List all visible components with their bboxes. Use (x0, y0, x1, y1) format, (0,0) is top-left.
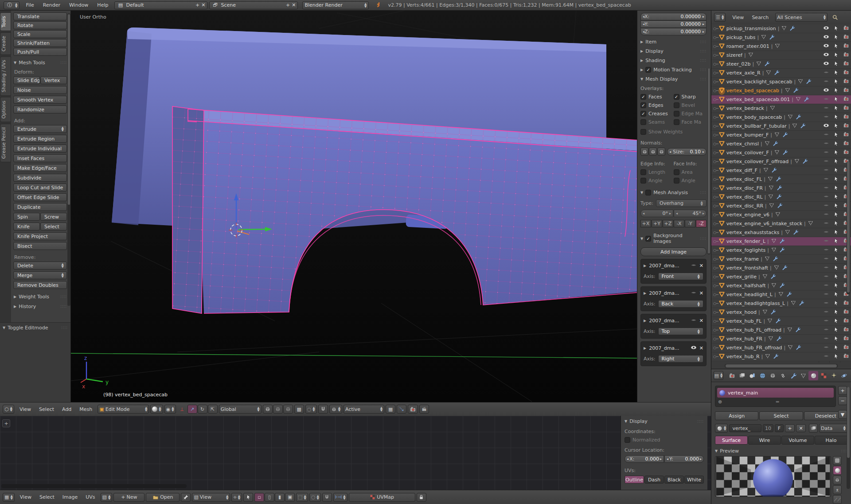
selectability-cursor-icon[interactable] (833, 238, 839, 245)
expand-dot-icon[interactable]: ○─ (713, 239, 718, 243)
outliner-row[interactable]: ○─pickup_transmission| (711, 24, 851, 33)
preview-panel-header[interactable]: ▼ Preview :::: (715, 448, 847, 454)
uv-snap-magnet-button[interactable] (322, 493, 332, 502)
preview-cube-button[interactable] (833, 476, 842, 484)
expand-dot-icon[interactable]: ○─ (713, 80, 718, 84)
tool-shelf-tab-grease-pencil[interactable]: Grease Pencil (0, 124, 11, 162)
expand-dot-icon[interactable]: ○─ (713, 89, 718, 93)
overlay-checkbox[interactable] (674, 111, 679, 117)
background-image-title-row[interactable]: ▶2007_dma...✕ (644, 344, 703, 352)
outliner-row[interactable]: ○─vertex_bedrack| (711, 104, 851, 113)
noise-button[interactable]: Noise (13, 86, 67, 94)
overlay-sharp-row[interactable]: ✓Sharp (674, 94, 707, 100)
outliner-row[interactable]: ○─vertex_exhauststacks| (711, 228, 851, 237)
renderability-camera-icon[interactable] (843, 122, 849, 130)
uv-snap-element-dropdown[interactable]: ⊦⊣▲▼ (333, 493, 347, 502)
background-image-title-row[interactable]: ▶2007_dma...✕ (644, 289, 703, 297)
outliner-row[interactable]: ○─steer_02b| (711, 60, 851, 69)
topbar-menu-render[interactable]: Render (39, 2, 65, 8)
selectability-cursor-icon[interactable] (833, 265, 839, 272)
snap-toggle-button[interactable] (318, 405, 328, 414)
eye-closed-icon[interactable] (691, 262, 697, 270)
motion-tracking-panel-header[interactable]: ▶ ✓ Motion Tracking :::: (640, 67, 707, 73)
uv-proportional-dropdown[interactable]: ◌▲▼ (309, 493, 321, 502)
screw-button[interactable]: Screw (40, 213, 67, 221)
outliner-row[interactable]: ○─vertex_axle_R| (711, 69, 851, 78)
visibility-eye-icon[interactable] (823, 25, 829, 32)
selectability-cursor-icon[interactable] (833, 114, 839, 121)
material-slot-active[interactable]: vertex_main (717, 388, 834, 398)
selectability-cursor-icon[interactable] (833, 336, 839, 343)
selectability-cursor-icon[interactable] (833, 78, 839, 86)
mesh-analysis-panel-header[interactable]: ▼ Mesh Analysis :::: (640, 190, 707, 195)
renderability-camera-icon[interactable] (843, 326, 849, 334)
selectability-cursor-icon[interactable] (833, 123, 839, 130)
properties-tab-modifiers[interactable] (788, 371, 798, 380)
normalized-row[interactable]: Normalized (625, 437, 704, 443)
visibility-eye-closed-icon[interactable] (823, 69, 829, 77)
outliner-row[interactable]: ○─vertex_grille| (711, 273, 851, 281)
slot-add-button[interactable]: + (838, 386, 847, 395)
manipulator-scale-button[interactable]: ⇱ (208, 405, 218, 414)
material-nodes-button[interactable] (809, 424, 818, 433)
visibility-eye-icon[interactable] (823, 87, 829, 94)
outliner-row[interactable]: ○─vertex_coilover_F_offroad| (711, 157, 851, 166)
visibility-eye-closed-icon[interactable] (823, 238, 829, 245)
properties-tab-scene[interactable] (747, 371, 757, 380)
selectability-cursor-icon[interactable] (833, 353, 839, 360)
remove-image-button[interactable]: ✕ (699, 318, 703, 324)
panel-drag-dots[interactable]: :::: (700, 191, 707, 195)
renderability-camera-icon[interactable] (843, 344, 849, 352)
proportional-edit-dropdown[interactable]: ◌▲▼ (305, 405, 317, 414)
uv-vertex-select-button[interactable]: ▫ (254, 493, 264, 502)
editor-type-button[interactable]: ⬡▲▼ (3, 405, 14, 414)
overlay-bevel-row[interactable]: Bevel (674, 102, 707, 108)
expand-dot-icon[interactable]: ○─ (713, 133, 718, 137)
material-new-button[interactable]: + (785, 424, 795, 432)
selectability-cursor-icon[interactable] (833, 291, 839, 298)
screen-layout-selector[interactable]: ▤ Default + ✕ (114, 1, 207, 9)
add-image-button[interactable]: Add Image (640, 247, 707, 256)
expand-dot-icon[interactable]: ○─ (713, 195, 718, 199)
renderability-camera-icon[interactable] (843, 300, 849, 307)
eye-closed-icon[interactable] (691, 289, 697, 297)
scale-button[interactable]: Scale (13, 30, 67, 38)
renderability-camera-icon[interactable] (843, 78, 849, 86)
properties-tab-physics[interactable] (839, 371, 849, 380)
visibility-eye-closed-icon[interactable] (823, 344, 829, 352)
visibility-eye-icon[interactable] (823, 34, 829, 41)
selectability-cursor-icon[interactable] (833, 149, 839, 156)
outliner-row[interactable]: ○─sizeref| (711, 51, 851, 60)
select-button[interactable]: Select (759, 411, 803, 420)
eye-closed-icon[interactable] (691, 317, 697, 324)
transform-z-field[interactable]: ◂ Z:0.00000▸ (640, 28, 707, 35)
expand-dot-icon[interactable]: ○─ (713, 319, 718, 323)
expand-dot-icon[interactable]: ○─ (713, 204, 718, 208)
uv-lock-button[interactable] (417, 493, 426, 502)
outliner-row[interactable]: ○─vertex_bullbar_F_tubular| (711, 122, 851, 131)
subdivide-button[interactable]: Subdivide (13, 174, 67, 182)
expand-dot-icon[interactable]: ○─ (713, 27, 718, 31)
selectability-cursor-icon[interactable] (833, 52, 839, 59)
expand-dot-icon[interactable]: ○─ (713, 328, 718, 332)
transform-y-field[interactable]: ◂ Y:0.00000▸ (640, 20, 707, 28)
background-image-title-row[interactable]: ▶2007_dma...✕ (644, 317, 703, 324)
item-panel-header[interactable]: ▶Item:::: (640, 39, 707, 45)
panel-drag-dots[interactable]: :::: (700, 237, 707, 241)
outliner-row[interactable]: ○─vertex_bed_spacecab| (711, 86, 851, 95)
visibility-eye-closed-icon[interactable] (823, 211, 829, 219)
slide-edg-button[interactable]: Slide Edg (13, 76, 40, 84)
visibility-eye-icon[interactable] (823, 43, 829, 50)
properties-tab-render[interactable] (727, 371, 737, 380)
visibility-eye-closed-icon[interactable] (823, 78, 829, 86)
visibility-eye-closed-icon[interactable] (823, 167, 829, 174)
renderability-camera-icon[interactable] (843, 34, 849, 41)
overlay-checkbox[interactable] (674, 119, 679, 125)
analysis-type-dropdown[interactable]: Overhang ▲▼ (656, 199, 707, 207)
normals-size-slider[interactable]: ◂ Size: 0.10 ▸ (667, 148, 707, 156)
info-checkbox[interactable] (640, 169, 646, 175)
outliner-row[interactable]: ○─vertex_disc_RL| (711, 193, 851, 202)
scene-delete-button[interactable]: ✕ (292, 2, 296, 8)
axis-dropdown[interactable]: Front▲▼ (658, 273, 703, 280)
tool-shelf-tab-shading-uvs[interactable]: Shading / UVs (0, 56, 11, 96)
